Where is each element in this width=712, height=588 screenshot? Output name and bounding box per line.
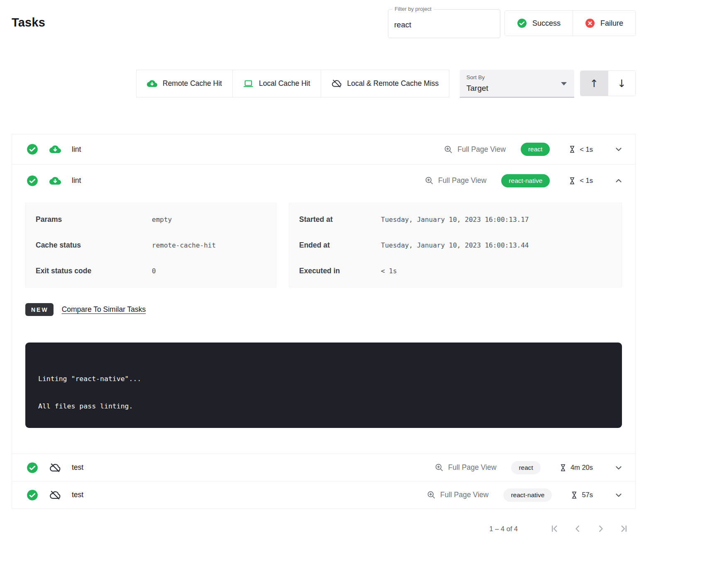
task-name: test bbox=[72, 491, 83, 499]
project-filter-label: Filter by project bbox=[393, 6, 434, 12]
task-row-actions: Full Page View react < 1s bbox=[444, 143, 624, 156]
task-duration-value: 4m 20s bbox=[571, 464, 593, 471]
page-title: Tasks bbox=[12, 8, 45, 29]
full-page-view-label: Full Page View bbox=[457, 145, 505, 154]
cloud-download-icon bbox=[147, 78, 157, 89]
task-name: test bbox=[72, 463, 83, 472]
sort-by-label: Sort By bbox=[466, 74, 485, 80]
compare-to-similar-tasks-link[interactable]: Compare To Similar Tasks bbox=[62, 305, 146, 314]
task-duration: 4m 20s bbox=[559, 464, 593, 472]
first-page-button[interactable] bbox=[549, 524, 559, 534]
started-at-value: Tuesday, January 10, 2023 16:00:13.17 bbox=[381, 216, 529, 224]
cloud-off-icon bbox=[49, 462, 61, 474]
task-row-lint-react[interactable]: lint Full Page View react < 1s bbox=[12, 134, 635, 164]
compare-row: NEW Compare To Similar Tasks bbox=[25, 303, 622, 316]
cache-miss-filter-button[interactable]: Local & Remote Cache Miss bbox=[321, 70, 449, 97]
params-row: Params empty bbox=[36, 207, 266, 232]
project-badge[interactable]: react bbox=[511, 461, 540, 474]
task-row-test-react[interactable]: test Full Page View react 4m 20s bbox=[12, 454, 635, 481]
previous-page-button[interactable] bbox=[573, 524, 583, 534]
last-page-icon bbox=[619, 524, 629, 534]
task-duration: < 1s bbox=[568, 145, 593, 153]
success-check-icon bbox=[517, 18, 527, 28]
task-duration-value: < 1s bbox=[580, 177, 593, 185]
sort-ascending-button[interactable]: ↑ bbox=[580, 71, 608, 96]
executed-in-row: Executed in < 1s bbox=[299, 258, 612, 284]
cloud-download-icon bbox=[49, 175, 61, 187]
task-duration-value: 57s bbox=[582, 491, 593, 499]
exit-code-value: 0 bbox=[152, 267, 156, 275]
full-page-view-link[interactable]: Full Page View bbox=[427, 490, 488, 500]
task-duration-value: < 1s bbox=[580, 146, 593, 153]
terminal-output: Linting "react-native"... All files pass… bbox=[25, 343, 622, 428]
arrow-down-icon: ↓ bbox=[617, 78, 626, 90]
project-badge[interactable]: react-native bbox=[501, 174, 550, 187]
zoom-in-icon bbox=[427, 490, 436, 500]
zoom-in-icon bbox=[434, 463, 444, 472]
laptop-icon bbox=[243, 78, 254, 89]
task-row-test-react-native[interactable]: test Full Page View react-native 57s bbox=[12, 481, 635, 508]
task-name: lint bbox=[72, 176, 81, 185]
arrow-up-icon: ↑ bbox=[590, 78, 599, 90]
task-meta-card: Params empty Cache status remote-cache-h… bbox=[25, 203, 276, 287]
ended-at-row: Ended at Tuesday, January 10, 2023 16:00… bbox=[299, 232, 612, 258]
local-cache-hit-filter-button[interactable]: Local Cache Hit bbox=[232, 70, 321, 97]
local-cache-hit-label: Local Cache Hit bbox=[259, 79, 310, 88]
cache-status-row: Cache status remote-cache-hit bbox=[36, 232, 266, 258]
full-page-view-label: Full Page View bbox=[448, 463, 496, 472]
cache-status-label: Cache status bbox=[36, 241, 152, 250]
header-filters: Filter by project Success Failure bbox=[388, 8, 636, 38]
success-filter-button[interactable]: Success bbox=[505, 11, 573, 36]
zoom-in-icon bbox=[424, 176, 434, 185]
executed-in-value: < 1s bbox=[381, 267, 397, 275]
previous-page-icon bbox=[573, 524, 583, 534]
next-page-button[interactable] bbox=[596, 524, 606, 534]
remote-cache-hit-filter-button[interactable]: Remote Cache Hit bbox=[137, 70, 232, 97]
toolbar: Remote Cache Hit Local Cache Hit Local &… bbox=[12, 70, 636, 97]
status-filter-group: Success Failure bbox=[505, 10, 636, 36]
failure-x-icon bbox=[585, 18, 595, 28]
terminal-line: Linting "react-native"... bbox=[38, 375, 609, 383]
chevron-down-icon[interactable] bbox=[614, 144, 624, 154]
hourglass-icon bbox=[559, 464, 567, 472]
task-row-lint-react-native[interactable]: lint Full Page View react-native < 1s bbox=[12, 164, 635, 197]
ended-at-value: Tuesday, January 10, 2023 16:00:13.44 bbox=[381, 241, 529, 249]
cache-miss-label: Local & Remote Cache Miss bbox=[347, 79, 439, 88]
full-page-view-label: Full Page View bbox=[440, 491, 488, 499]
task-timing-card: Started at Tuesday, January 10, 2023 16:… bbox=[289, 203, 622, 287]
detail-cards: Params empty Cache status remote-cache-h… bbox=[25, 203, 622, 287]
success-check-icon bbox=[27, 462, 38, 474]
project-badge[interactable]: react bbox=[521, 143, 550, 156]
sort-descending-button[interactable]: ↓ bbox=[608, 71, 635, 96]
cloud-download-icon bbox=[49, 143, 61, 155]
task-row-actions: Full Page View react-native 57s bbox=[427, 488, 624, 502]
project-filter-input[interactable] bbox=[388, 10, 500, 38]
hourglass-icon bbox=[568, 177, 576, 185]
hourglass-icon bbox=[570, 491, 578, 499]
full-page-view-link[interactable]: Full Page View bbox=[424, 176, 486, 185]
task-row-actions: Full Page View react 4m 20s bbox=[434, 461, 624, 474]
failure-filter-button[interactable]: Failure bbox=[573, 11, 635, 36]
chevron-down-icon[interactable] bbox=[614, 463, 624, 473]
chevron-down-icon[interactable] bbox=[614, 490, 624, 500]
params-label: Params bbox=[36, 215, 152, 224]
sort-direction-group: ↑ ↓ bbox=[580, 70, 636, 96]
sort-by-select[interactable]: Sort By Target bbox=[460, 70, 574, 97]
task-detail-panel: Params empty Cache status remote-cache-h… bbox=[12, 197, 635, 454]
success-check-icon bbox=[27, 175, 38, 187]
hourglass-icon bbox=[568, 145, 576, 153]
failure-filter-label: Failure bbox=[600, 19, 623, 28]
full-page-view-label: Full Page View bbox=[438, 176, 486, 185]
pagination-range-label: 1 – 4 of 4 bbox=[489, 525, 518, 533]
project-badge[interactable]: react-native bbox=[503, 488, 552, 502]
remote-cache-hit-label: Remote Cache Hit bbox=[163, 79, 222, 88]
started-at-row: Started at Tuesday, January 10, 2023 16:… bbox=[299, 207, 612, 232]
full-page-view-link[interactable]: Full Page View bbox=[434, 463, 496, 472]
task-duration: < 1s bbox=[568, 177, 593, 185]
full-page-view-link[interactable]: Full Page View bbox=[444, 145, 505, 154]
started-at-label: Started at bbox=[299, 215, 381, 224]
last-page-button[interactable] bbox=[619, 524, 629, 534]
success-check-icon bbox=[27, 489, 38, 501]
page-header: Tasks Filter by project Success Failure bbox=[12, 8, 636, 38]
chevron-up-icon[interactable] bbox=[614, 176, 624, 186]
